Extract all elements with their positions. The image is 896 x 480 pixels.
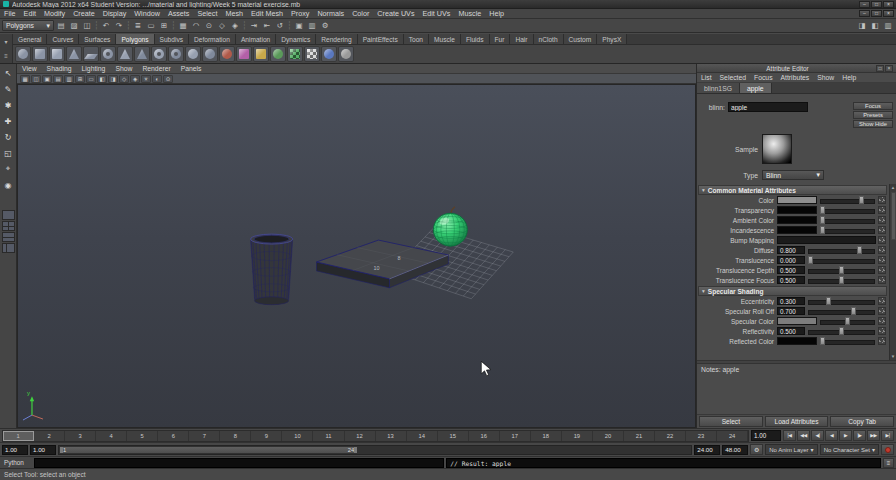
poly-soccer-ball-icon[interactable] [185,46,201,62]
value-field[interactable]: 0.500 [777,327,805,335]
slider-handle[interactable] [820,206,825,214]
film-gate-icon[interactable]: ▭ [86,75,96,83]
undo-icon[interactable]: ↶ [100,20,112,32]
construction-history-icon[interactable]: ↺ [274,20,286,32]
shelf-tab[interactable]: Fur [490,34,511,44]
menu-item[interactable]: Window [130,9,164,18]
map-button[interactable] [878,317,886,325]
anim-layer-dropdown[interactable]: No Anim Layer ▾ [765,444,817,455]
image-plane-icon[interactable]: ▥ [64,75,74,83]
script-editor-icon[interactable]: ≡ [883,458,894,468]
range-slider-bar[interactable]: 1 24 [58,445,692,455]
map-button[interactable] [878,327,886,335]
detach-panel-icon[interactable]: □ [876,65,884,72]
shelf-tab[interactable]: Custom [564,34,598,44]
show-hide-button[interactable]: Show Hide [853,120,893,128]
mdi-minimize-button[interactable]: – [859,10,870,17]
open-scene-icon[interactable]: ▨ [68,20,80,32]
select-object-icon[interactable]: ▭ [145,20,157,32]
snap-to-point-icon[interactable]: ⊙ [203,20,215,32]
playback-end-field[interactable]: 24.00 [694,445,720,455]
go-to-end-button[interactable]: ▶| [881,430,894,441]
animation-start-field[interactable]: 1.00 [2,445,28,455]
frame-tick[interactable]: 23 [686,431,717,441]
slider-handle[interactable] [845,317,850,325]
attribute-editor-menu-item[interactable]: Help [838,74,860,81]
select-tool-icon[interactable]: ↖ [1,66,15,80]
color-swatch[interactable] [777,317,817,325]
ipr-render-icon[interactable]: ▥ [306,20,318,32]
play-forward-button[interactable]: ▶ [839,430,852,441]
slider-handle[interactable] [839,266,844,274]
current-frame-indicator[interactable] [3,431,34,441]
value-field[interactable]: 0.800 [777,246,805,254]
attribute-editor-menu-item[interactable]: Selected [716,74,750,81]
shelf-tab[interactable]: Polygons [116,34,154,44]
section-header-specular[interactable]: ▾ Specular Shading [698,286,887,296]
scroll-up-icon[interactable]: ▲ [891,184,895,191]
checker-map-icon[interactable] [287,46,303,62]
slider-handle[interactable] [820,216,825,224]
slider-handle[interactable] [839,276,844,284]
attribute-slider[interactable] [820,196,875,204]
render-current-frame-icon[interactable]: ▣ [293,20,305,32]
attribute-slider[interactable] [820,216,875,224]
texture-field[interactable] [777,236,876,244]
command-input[interactable] [34,458,444,468]
frame-tick[interactable]: 16 [469,431,500,441]
attribute-slider[interactable] [820,337,875,345]
rotate-tool-icon[interactable]: ↻ [1,130,15,144]
frame-tick[interactable]: 9 [251,431,282,441]
poly-prism-icon[interactable] [117,46,133,62]
shelf-tab[interactable]: PhysX [597,34,627,44]
minimize-button[interactable]: – [859,1,870,8]
attribute-slider[interactable] [820,317,875,325]
extrude-icon[interactable] [253,46,269,62]
poly-pyramid-icon[interactable] [134,46,150,62]
new-scene-icon[interactable]: ▤ [55,20,67,32]
shelf-tab[interactable]: nCloth [534,34,564,44]
select-hierarchy-icon[interactable]: ≣ [132,20,144,32]
toggle-channel-box-icon[interactable]: ▥ [882,20,894,32]
attribute-editor-menu-item[interactable]: Attributes [777,74,814,81]
platonic-solid-icon[interactable] [202,46,218,62]
scrollbar-thumb[interactable] [891,192,896,240]
layout-three-pane-button[interactable] [2,243,15,253]
map-button[interactable] [878,236,886,244]
menu-item[interactable]: Color [348,9,373,18]
blinn-material-icon[interactable] [321,46,337,62]
camera-attributes-icon[interactable]: ▣ [42,75,52,83]
map-button[interactable] [878,226,886,234]
poly-sphere-icon[interactable] [15,46,31,62]
scale-tool-icon[interactable]: ◱ [1,146,15,160]
move-tool-icon[interactable]: ✚ [1,114,15,128]
separator[interactable]: ┆ [126,20,131,32]
character-set-dropdown[interactable]: No Character Set ▾ [820,444,879,455]
bevel-icon[interactable] [270,46,286,62]
soft-mod-tool-icon[interactable]: ◉ [1,178,15,192]
command-language-label[interactable]: Python [2,459,32,466]
map-button[interactable] [878,307,886,315]
output-connections-icon[interactable]: ⇤ [261,20,273,32]
select-button[interactable]: Select [699,416,763,427]
toggle-attribute-editor-icon[interactable]: ◨ [856,20,868,32]
frame-tick[interactable]: 15 [438,431,469,441]
poly-plane-icon[interactable] [83,46,99,62]
apple-mesh[interactable] [433,207,467,246]
frame-tick[interactable]: 4 [96,431,127,441]
frame-tick[interactable]: 7 [189,431,220,441]
attribute-editor-menu-item[interactable]: Focus [750,74,777,81]
playback-start-field[interactable]: 1.00 [30,445,56,455]
poly-cube-icon[interactable] [32,46,48,62]
menu-item[interactable]: Select [193,9,221,18]
bookmarks-icon[interactable]: ▤ [53,75,63,83]
slider-handle[interactable] [859,196,864,204]
shelf-tab[interactable]: Muscle [429,34,461,44]
resolution-gate-icon[interactable]: ◧ [97,75,107,83]
value-field[interactable]: 0.000 [777,256,805,264]
slider-handle[interactable] [826,297,831,305]
shelf-tab[interactable]: Animation [236,34,276,44]
color-swatch[interactable] [777,216,817,224]
mdi-maximize-button[interactable]: □ [871,10,882,17]
separator[interactable]: ┆ [94,20,99,32]
